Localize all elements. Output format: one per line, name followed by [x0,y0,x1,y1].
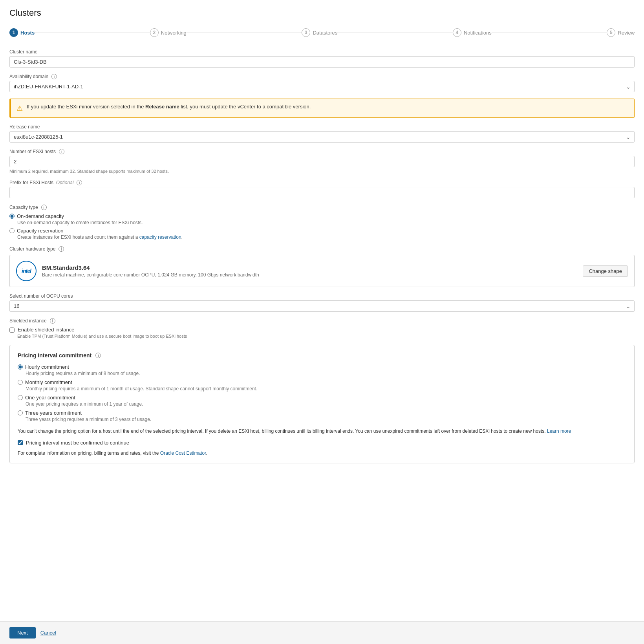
hardware-left: intel BM.Standard3.64 Bare metal machine… [16,261,259,281]
capacity-reservation-radio[interactable] [9,228,15,233]
hardware-type-group: Cluster hardware type i intel BM.Standar… [9,246,635,287]
pricing-warning: You can't change the pricing option for … [18,428,626,435]
wizard-step-label-hosts: Hosts [20,30,35,36]
oracle-cost-estimator-link[interactable]: Oracle Cost Estimator [160,450,206,456]
wizard-step-label-review: Review [618,30,635,36]
esxi-hosts-hint: Minimum 2 required, maximum 32. Standard… [9,169,635,174]
availability-domain-select[interactable]: ihZD:EU-FRANKFURT-1-AD-1 [9,81,635,92]
warning-banner: ⚠ If you update the ESXi minor version s… [9,99,635,118]
page-title: Clusters [0,0,644,24]
esxi-hosts-label: Number of ESXi hosts [9,149,56,154]
confirm-checkbox[interactable] [18,440,23,445]
commitment-three-year-label[interactable]: Three years commitment [18,410,626,416]
commitment-monthly-radio[interactable] [18,380,23,385]
capacity-reservation-label[interactable]: Capacity reservation [9,228,635,234]
intel-logo-text: intel [22,268,31,274]
oracle-link-row: For complete information on pricing, bil… [18,450,626,456]
commitment-three-year-desc: Three years pricing requires a minimum o… [26,417,626,422]
wizard-bar: 1 Hosts 2 Networking 3 Datastores 4 Noti… [0,24,644,41]
commitment-hourly-radio[interactable] [18,364,23,370]
availability-domain-group: Availability domain i ihZD:EU-FRANKFURT-… [9,74,635,92]
commitment-one-year-label[interactable]: One year commitment [18,395,626,401]
prefix-input[interactable] [9,187,635,198]
commitment-three-year: Three years commitment Three years prici… [18,410,626,422]
esxi-hosts-info-icon[interactable]: i [59,149,64,154]
wizard-line-2 [187,33,302,33]
ocpu-select[interactable]: 16 [9,300,635,312]
release-name-label: Release name [9,124,635,130]
commitment-one-year-radio[interactable] [18,395,23,400]
commitment-one-year: One year commitment One year pricing req… [18,395,626,407]
warning-text: If you update the ESXi minor version sel… [27,104,311,110]
wizard-step-review[interactable]: 5 Review [607,28,635,37]
shielded-label: Shielded instance [9,318,47,324]
capacity-type-label: Capacity type [9,205,38,210]
shielded-checkbox[interactable] [9,327,15,333]
cluster-name-input[interactable] [9,56,635,68]
cancel-button[interactable]: Cancel [40,630,56,636]
pricing-info-icon[interactable]: i [95,353,101,358]
wizard-step-datastores[interactable]: 3 Datastores [302,28,337,37]
hardware-name: BM.Standard3.64 [42,264,259,271]
wizard-step-notifications[interactable]: 4 Notifications [453,28,492,37]
capacity-option-reservation: Capacity reservation Create instances fo… [9,228,635,240]
ocpu-label: Select number of OCPU cores [9,293,635,299]
shielded-checkbox-container: Enable shielded instance [9,327,635,333]
cluster-name-group: Cluster name [9,49,635,68]
capacity-radio-group: On-demand capacity Use on-demand capacit… [9,213,635,240]
capacity-on-demand-radio[interactable] [9,214,15,219]
hardware-info: BM.Standard3.64 Bare metal machine, conf… [42,264,259,278]
wizard-line-1 [35,33,150,33]
commitment-three-year-radio[interactable] [18,410,23,415]
learn-more-link[interactable]: Learn more [547,428,571,434]
commitment-options: Hourly commitment Hourly pricing require… [18,364,626,422]
capacity-type-info-icon[interactable]: i [41,205,47,210]
prefix-optional-label: Optional [56,180,74,185]
shielded-group: Shielded instance i Enable shielded inst… [9,318,635,338]
hardware-desc: Bare metal machine, configurable core nu… [42,272,259,278]
availability-domain-select-wrapper: ihZD:EU-FRANKFURT-1-AD-1 [9,81,635,92]
capacity-reservation-desc: Create instances for ESXi hosts and coun… [17,234,635,240]
wizard-step-hosts[interactable]: 1 Hosts [9,28,35,37]
commitment-hourly-label[interactable]: Hourly commitment [18,364,626,370]
release-name-group: Release name esxi8u1c-22088125-1 [9,124,635,143]
release-name-select[interactable]: esxi8u1c-22088125-1 [9,131,635,143]
confirm-row: Pricing interval must be confirmed to co… [18,440,626,446]
hardware-box: intel BM.Standard3.64 Bare metal machine… [9,255,635,287]
commitment-monthly: Monthly commitment Monthly pricing requi… [18,379,626,392]
commitment-hourly: Hourly commitment Hourly pricing require… [18,364,626,376]
capacity-reservation-link[interactable]: capacity reservation [139,234,181,240]
prefix-label: Prefix for ESXi Hosts Optional [9,180,73,185]
capacity-type-section: Capacity type i On-demand capacity Use o… [9,205,635,240]
availability-domain-label: Availability domain [9,74,48,79]
change-shape-button[interactable]: Change shape [583,265,628,277]
availability-domain-info-icon[interactable]: i [51,74,57,79]
wizard-step-num-datastores: 3 [302,28,310,37]
esxi-hosts-input[interactable] [9,156,635,167]
wizard-step-num-review: 5 [607,28,615,37]
esxi-hosts-group: Number of ESXi hosts i Minimum 2 require… [9,149,635,174]
capacity-on-demand-desc: Use on-demand capacity to create instanc… [17,220,635,225]
next-button[interactable]: Next [9,627,36,639]
capacity-option-on-demand: On-demand capacity Use on-demand capacit… [9,213,635,225]
wizard-step-networking[interactable]: 2 Networking [150,28,187,37]
commitment-monthly-label[interactable]: Monthly commitment [18,379,626,385]
shielded-info-icon[interactable]: i [50,318,55,324]
commitment-hourly-desc: Hourly pricing requires a minimum of 8 h… [26,371,626,376]
confirm-label: Pricing interval must be confirmed to co… [26,440,129,446]
hardware-type-info-icon[interactable]: i [59,246,64,252]
ocpu-group: Select number of OCPU cores 16 [9,293,635,312]
capacity-on-demand-label[interactable]: On-demand capacity [9,213,635,219]
wizard-line-4 [492,33,607,33]
footer-bar: Next Cancel [0,621,644,644]
warning-icon: ⚠ [16,104,23,113]
prefix-info-icon[interactable]: i [77,180,82,185]
commitment-one-year-desc: One year pricing requires a minimum of 1… [26,401,626,407]
shielded-desc: Enable TPM (Trust Platform Module) and u… [17,334,635,338]
wizard-step-num-notifications: 4 [453,28,461,37]
wizard-step-num-hosts: 1 [9,28,18,37]
wizard-line-3 [337,33,453,33]
intel-logo: intel [16,261,37,281]
cluster-name-label: Cluster name [9,49,635,55]
hardware-type-label: Cluster hardware type [9,246,55,252]
